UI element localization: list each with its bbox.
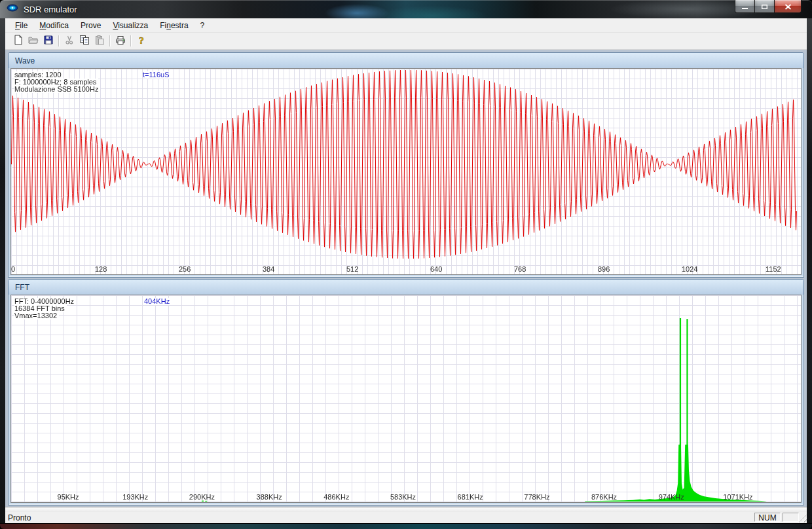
fft-cursor-readout: 404KHz (144, 298, 172, 305)
status-message: Pronto (8, 513, 31, 522)
window-border-bottom (0, 523, 812, 529)
fft-window-title: FFT (15, 283, 29, 292)
mdi-client: Wave samples: 1200F: 1000000Hz; 8 sample… (5, 50, 807, 507)
statusbar: Pronto NUM (5, 512, 807, 523)
close-icon (784, 1, 792, 12)
save-button[interactable] (41, 34, 56, 48)
wave-cursor-readout: t=116uS (143, 71, 171, 79)
menu-item-file[interactable]: File (9, 19, 33, 32)
new-icon (13, 35, 24, 48)
open-button[interactable] (26, 34, 41, 48)
fft-plot-canvas[interactable] (11, 295, 802, 502)
maximize-button[interactable] (755, 0, 775, 13)
menu-item-help[interactable]: ? (194, 19, 211, 32)
menu-item-finestra[interactable]: Finestra (154, 19, 194, 32)
print-button[interactable] (113, 34, 128, 48)
svg-text:?: ? (139, 35, 144, 45)
resize-grip-icon[interactable] (798, 513, 807, 522)
fft-window: FFT FFT: 0-4000000Hz16384 FFT binsVmax=1… (8, 279, 804, 505)
window-border-right (807, 18, 812, 523)
save-icon (43, 35, 54, 48)
fft-plot-area: FFT: 0-4000000Hz16384 FFT binsVmax=13302… (10, 295, 802, 503)
wave-plot-area: samples: 1200F: 1000000Hz; 8 samplesModu… (10, 68, 802, 275)
minimize-icon (741, 1, 748, 12)
fft-info-text: FFT: 0-4000000Hz16384 FFT binsVmax=13302 (14, 298, 76, 319)
status-pane-empty (783, 513, 799, 522)
maximize-icon (761, 1, 768, 12)
titlebar[interactable]: SDR emulator (0, 0, 812, 18)
copy-icon (79, 35, 90, 48)
app-window: SDR emulator FileModificaProveVisualizza… (0, 0, 812, 529)
toolbar: ? (5, 33, 807, 50)
wave-window-titlebar[interactable]: Wave (9, 53, 803, 68)
toolbar-separator (58, 35, 59, 46)
cut-button[interactable] (62, 34, 77, 48)
info-line: Vmax=13302 (14, 312, 59, 319)
help-button[interactable]: ? (134, 34, 149, 48)
window-title: SDR emulator (24, 5, 77, 14)
info-line: Modulazione SSB 5100Hz (14, 86, 100, 93)
menu-item-visualizza[interactable]: Visualizza (107, 19, 154, 32)
menu-item-prove[interactable]: Prove (75, 19, 107, 32)
paste-button[interactable] (92, 34, 107, 48)
cut-icon (64, 35, 75, 48)
open-icon (28, 35, 39, 48)
print-icon (115, 35, 126, 48)
wave-info-text: samples: 1200F: 1000000Hz; 8 samplesModu… (14, 71, 100, 93)
num-lock-indicator: NUM (754, 513, 781, 522)
app-icon (7, 3, 18, 15)
paste-icon (94, 35, 105, 48)
toolbar-separator (130, 35, 131, 46)
menu-item-modifica[interactable]: Modifica (33, 19, 75, 32)
wave-plot-canvas[interactable] (11, 69, 802, 274)
menubar: FileModificaProveVisualizzaFinestra? (5, 18, 807, 33)
toolbar-separator (109, 35, 110, 46)
window-border-left (0, 18, 5, 523)
minimize-button[interactable] (735, 0, 755, 13)
close-button[interactable] (775, 0, 802, 13)
statusbar-top-edge (5, 507, 807, 512)
fft-window-titlebar[interactable]: FFT (9, 280, 803, 295)
wave-window: Wave samples: 1200F: 1000000Hz; 8 sample… (8, 52, 804, 278)
wave-window-title: Wave (15, 56, 35, 65)
copy-button[interactable] (77, 34, 92, 48)
help-icon: ? (136, 35, 147, 48)
new-button[interactable] (10, 34, 26, 48)
